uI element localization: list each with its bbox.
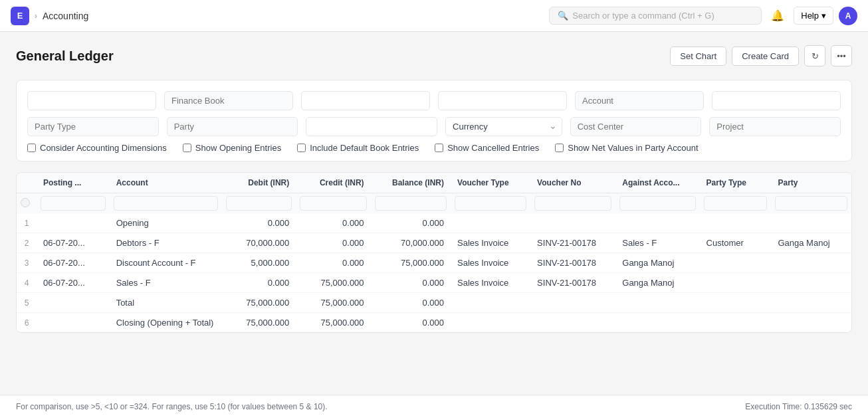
breadcrumb-chevron: › [35,11,37,21]
filter-voucher-type[interactable] [455,196,526,211]
table-row[interactable]: 1 Opening 0.000 0.000 0.000 [17,213,851,233]
checkbox-cancelled-entries[interactable]: Show Cancelled Entries [435,143,539,153]
cell-posting-date [37,213,110,233]
col-posting-date: Posting ... [37,173,110,193]
col-debit: Debit (INR) [222,173,296,193]
checkbox-net-values-input[interactable] [555,144,564,152]
cell-voucher-type [451,293,530,313]
set-chart-button[interactable]: Set Chart [670,47,726,66]
finance-book-input[interactable] [164,91,293,110]
cell-voucher-type: Sales Invoice [451,273,530,293]
voucher-no-input[interactable]: SINV-21-00178 [712,91,841,110]
checkbox-default-book[interactable]: Include Default Book Entries [297,143,419,153]
topnav: E › Accounting 🔍 Search or type a comman… [0,0,868,32]
cell-party-type [700,253,772,273]
checkbox-default-book-input[interactable] [297,144,306,152]
party-type-input[interactable] [27,117,159,136]
col-party: Party [771,173,851,193]
table-row[interactable]: 5 Total 75,000.000 75,000.000 0.000 [17,293,851,313]
checkbox-accounting-dimensions-input[interactable] [27,144,36,152]
help-button[interactable]: Help ▾ [794,7,833,25]
cell-voucher-no: SINV-21-00178 [530,273,615,293]
cell-debit: 75,000.000 [222,313,296,333]
cell-account: Debtors - F [110,233,222,253]
filter-row-1: Frappe 06-07-2021 06-07-2021 SINV-21-001… [27,91,841,110]
cell-rownum: 6 [17,313,37,333]
cell-posting-date: 06-07-20... [37,253,110,273]
refresh-icon: ↻ [812,51,819,61]
filter-party[interactable] [775,196,847,211]
filter-debit[interactable] [226,196,292,211]
search-icon: 🔍 [558,11,568,21]
project-input[interactable] [709,117,841,136]
cell-account: Opening [110,213,222,233]
filter-circle[interactable] [21,198,30,207]
cell-rownum: 1 [17,213,37,233]
from-date-input[interactable]: 06-07-2021 [301,91,430,110]
cell-balance: 0.000 [371,273,451,293]
checkbox-opening-entries[interactable]: Show Opening Entries [183,143,281,153]
checkbox-accounting-dimensions[interactable]: Consider Accounting Dimensions [27,143,167,153]
notification-bell[interactable]: 🔔 [767,5,788,27]
more-options-button[interactable]: ••• [831,45,852,66]
filter-against-acct[interactable] [619,196,695,211]
cell-against-acct [615,313,699,333]
cell-rownum: 4 [17,273,37,293]
page-title: General Ledger [16,49,114,64]
col-party-type: Party Type [700,173,772,193]
breadcrumb-parent[interactable]: Accounting [43,11,88,21]
cell-posting-date [37,313,110,333]
avatar[interactable]: A [839,7,857,25]
cell-voucher-no: SINV-21-00178 [530,253,615,273]
filter-balance[interactable] [375,196,447,211]
col-voucher-type: Voucher Type [451,173,530,193]
cell-credit: 0.000 [296,253,370,273]
cell-credit: 75,000.000 [296,313,370,333]
cell-against-acct: Ganga Manoj [615,273,699,293]
cost-center-input[interactable] [570,117,702,136]
filter-row-2: Group by Voucher (Cons.:) Currency [27,117,841,136]
cell-account: Total [110,293,222,313]
table-row[interactable]: 6 Closing (Opening + Total) 75,000.000 7… [17,313,851,333]
cell-account: Discount Account - F [110,253,222,273]
table-row[interactable]: 3 06-07-20... Discount Account - F 5,000… [17,253,851,273]
account-input[interactable] [575,91,704,110]
cell-account: Closing (Opening + Total) [110,313,222,333]
filter-credit[interactable] [300,196,366,211]
cell-against-acct: Ganga Manoj [615,253,699,273]
group-by-input[interactable]: Group by Voucher (Cons.:) [306,117,437,136]
filter-party-type[interactable] [704,196,768,211]
cell-rownum: 3 [17,253,37,273]
col-rownum [17,173,37,193]
col-voucher-no: Voucher No [530,173,615,193]
to-date-input[interactable]: 06-07-2021 [438,91,567,110]
cell-credit: 0.000 [296,233,370,253]
filter-account[interactable] [114,196,218,211]
app-icon[interactable]: E [11,7,29,25]
create-card-button[interactable]: Create Card [732,47,799,66]
cell-party [771,313,851,333]
party-input[interactable] [167,117,298,136]
filter-voucher-no[interactable] [534,196,611,211]
checkbox-cancelled-entries-input[interactable] [435,144,443,152]
cell-credit: 0.000 [296,213,370,233]
page-content: General Ledger Set Chart Create Card ↻ •… [0,32,868,366]
search-bar[interactable]: 🔍 Search or type a command (Ctrl + G) [549,7,762,25]
help-chevron-icon: ▾ [821,11,826,21]
refresh-button[interactable]: ↻ [804,45,825,66]
col-against-acct: Against Acco... [615,173,699,193]
cell-debit: 5,000.000 [222,253,296,273]
currency-select[interactable]: Currency [445,117,562,136]
table-row[interactable]: 4 06-07-20... Sales - F 0.000 75,000.000… [17,273,851,293]
table-row[interactable]: 2 06-07-20... Debtors - F 70,000.000 0.0… [17,233,851,253]
col-balance: Balance (INR) [371,173,451,193]
checkbox-net-values[interactable]: Show Net Values in Party Account [555,143,698,153]
currency-select-wrap: Currency [445,117,562,136]
more-icon: ••• [837,51,846,61]
cell-posting-date: 06-07-20... [37,233,110,253]
checkbox-opening-entries-input[interactable] [183,144,191,152]
company-input[interactable]: Frappe [27,91,156,110]
cell-voucher-type [451,313,530,333]
data-table: Posting ... Account Debit (INR) Credit (… [16,172,852,333]
filter-posting-date[interactable] [41,196,106,211]
